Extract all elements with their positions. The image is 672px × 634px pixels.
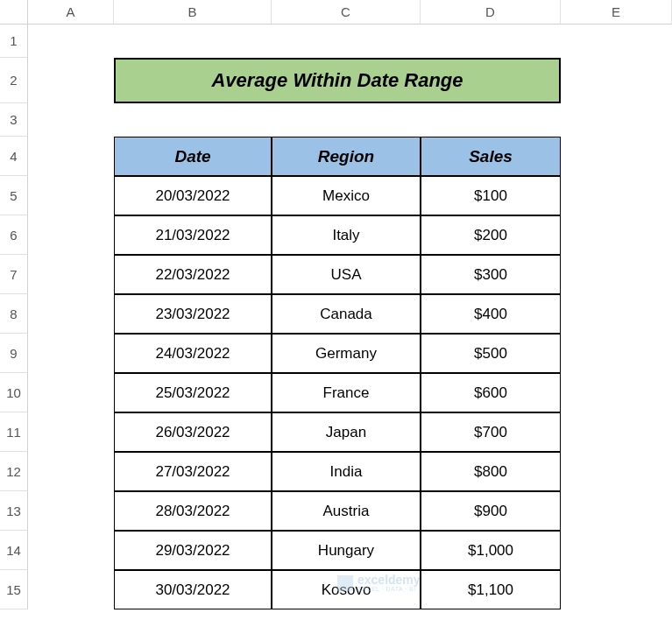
cell-e12[interactable] [561, 452, 672, 491]
spreadsheet-grid: A B C D E 1 2 Average Within Date Range … [0, 0, 672, 609]
cell-e8[interactable] [561, 294, 672, 334]
cell-sales-2[interactable]: $300 [421, 255, 561, 294]
cell-sales-3[interactable]: $400 [421, 294, 561, 334]
cell-region-6[interactable]: Japan [272, 412, 421, 452]
cell-b3[interactable] [114, 103, 272, 137]
cell-b1[interactable] [114, 25, 272, 58]
cell-a15[interactable] [28, 570, 114, 609]
row-header-13[interactable]: 13 [0, 491, 28, 531]
cell-c1[interactable] [272, 25, 421, 58]
cell-sales-7[interactable]: $800 [421, 452, 561, 491]
cell-a7[interactable] [28, 255, 114, 294]
select-all-corner[interactable] [0, 0, 28, 25]
cell-d3[interactable] [421, 103, 561, 137]
watermark-text: exceldemy EXCEL · DATA · BI [357, 574, 421, 592]
cell-date-0[interactable]: 20/03/2022 [114, 176, 272, 215]
table-header-date[interactable]: Date [114, 137, 272, 176]
table-header-sales[interactable]: Sales [421, 137, 561, 176]
title-cell[interactable]: Average Within Date Range [114, 58, 561, 103]
cell-date-10[interactable]: 30/03/2022 [114, 570, 272, 609]
cell-a4[interactable] [28, 137, 114, 176]
cell-e14[interactable] [561, 531, 672, 570]
cell-a6[interactable] [28, 215, 114, 255]
table-header-region[interactable]: Region [272, 137, 421, 176]
row-header-2[interactable]: 2 [0, 58, 28, 103]
cell-e13[interactable] [561, 491, 672, 531]
cell-region-3[interactable]: Canada [272, 294, 421, 334]
cell-date-9[interactable]: 29/03/2022 [114, 531, 272, 570]
col-header-e[interactable]: E [561, 0, 672, 25]
watermark-main: exceldemy [357, 574, 421, 586]
cell-e10[interactable] [561, 373, 672, 412]
cell-date-5[interactable]: 25/03/2022 [114, 373, 272, 412]
cell-region-2[interactable]: USA [272, 255, 421, 294]
cell-region-0[interactable]: Mexico [272, 176, 421, 215]
row-header-4[interactable]: 4 [0, 137, 28, 176]
cell-d1[interactable] [421, 25, 561, 58]
col-header-b[interactable]: B [114, 0, 272, 25]
cell-a12[interactable] [28, 452, 114, 491]
cell-a5[interactable] [28, 176, 114, 215]
col-header-a[interactable]: A [28, 0, 114, 25]
row-header-10[interactable]: 10 [0, 373, 28, 412]
row-header-15[interactable]: 15 [0, 570, 28, 609]
cell-e6[interactable] [561, 215, 672, 255]
cell-date-7[interactable]: 27/03/2022 [114, 452, 272, 491]
cell-sales-4[interactable]: $500 [421, 334, 561, 373]
cell-a8[interactable] [28, 294, 114, 334]
cell-a3[interactable] [28, 103, 114, 137]
cell-a10[interactable] [28, 373, 114, 412]
cell-date-8[interactable]: 28/03/2022 [114, 491, 272, 531]
cell-e11[interactable] [561, 412, 672, 452]
cell-c3[interactable] [272, 103, 421, 137]
cell-a14[interactable] [28, 531, 114, 570]
row-header-14[interactable]: 14 [0, 531, 28, 570]
cell-region-8[interactable]: Austria [272, 491, 421, 531]
watermark-sub: EXCEL · DATA · BI [357, 586, 421, 592]
cell-sales-9[interactable]: $1,000 [421, 531, 561, 570]
cell-a2[interactable] [28, 58, 114, 103]
cell-e4[interactable] [561, 137, 672, 176]
row-header-6[interactable]: 6 [0, 215, 28, 255]
cell-a13[interactable] [28, 491, 114, 531]
cell-sales-0[interactable]: $100 [421, 176, 561, 215]
col-header-d[interactable]: D [421, 0, 561, 25]
row-header-1[interactable]: 1 [0, 25, 28, 58]
cell-region-1[interactable]: Italy [272, 215, 421, 255]
cell-e3[interactable] [561, 103, 672, 137]
cell-region-9[interactable]: Hungary [272, 531, 421, 570]
row-header-5[interactable]: 5 [0, 176, 28, 215]
cell-sales-5[interactable]: $600 [421, 373, 561, 412]
row-header-9[interactable]: 9 [0, 334, 28, 373]
row-header-3[interactable]: 3 [0, 103, 28, 137]
cell-sales-1[interactable]: $200 [421, 215, 561, 255]
cell-sales-8[interactable]: $900 [421, 491, 561, 531]
cell-a1[interactable] [28, 25, 114, 58]
cell-date-4[interactable]: 24/03/2022 [114, 334, 272, 373]
col-header-c[interactable]: C [272, 0, 421, 25]
row-header-7[interactable]: 7 [0, 255, 28, 294]
cell-e9[interactable] [561, 334, 672, 373]
cell-region-7[interactable]: India [272, 452, 421, 491]
cell-region-4[interactable]: Germany [272, 334, 421, 373]
row-header-12[interactable]: 12 [0, 452, 28, 491]
cell-date-3[interactable]: 23/03/2022 [114, 294, 272, 334]
row-header-8[interactable]: 8 [0, 294, 28, 334]
cell-date-6[interactable]: 26/03/2022 [114, 412, 272, 452]
excel-icon [337, 575, 353, 591]
cell-region-5[interactable]: France [272, 373, 421, 412]
cell-date-2[interactable]: 22/03/2022 [114, 255, 272, 294]
cell-sales-10[interactable]: $1,100 [421, 570, 561, 609]
watermark: exceldemy EXCEL · DATA · BI [337, 574, 421, 592]
row-header-11[interactable]: 11 [0, 412, 28, 452]
cell-a9[interactable] [28, 334, 114, 373]
cell-e2[interactable] [561, 58, 672, 103]
cell-sales-6[interactable]: $700 [421, 412, 561, 452]
cell-e5[interactable] [561, 176, 672, 215]
cell-e15[interactable] [561, 570, 672, 609]
cell-e1[interactable] [561, 25, 672, 58]
cell-e7[interactable] [561, 255, 672, 294]
cell-a11[interactable] [28, 412, 114, 452]
cell-date-1[interactable]: 21/03/2022 [114, 215, 272, 255]
